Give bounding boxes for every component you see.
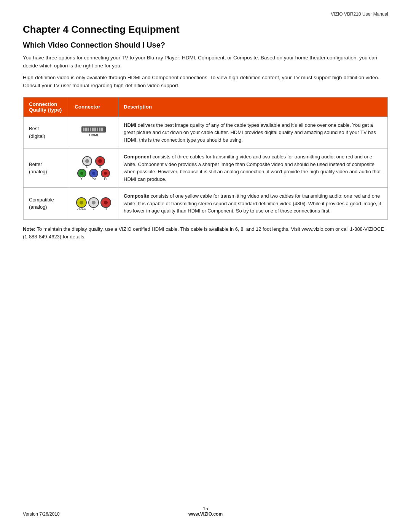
intro-para-1: You have three options for connecting yo…: [23, 54, 388, 70]
svg-rect-8: [99, 128, 100, 131]
svg-rect-1: [83, 128, 84, 131]
table-header-description: Description: [118, 97, 388, 117]
quality-better: Better(analog): [24, 149, 69, 188]
svg-point-28: [104, 201, 108, 204]
composite-svg: VIDEO L R: [75, 196, 113, 211]
footer-page: 15: [0, 506, 411, 511]
component-svg: L R: [76, 154, 111, 177]
svg-point-24: [80, 201, 83, 204]
svg-rect-6: [94, 128, 96, 131]
svg-rect-7: [97, 128, 98, 131]
section-title: Which Video Connection Should I Use?: [23, 41, 388, 50]
svg-point-12: [85, 159, 89, 163]
desc-bold-component: Component: [124, 154, 151, 160]
chapter-title: Chapter 4 Connecting Equipment: [23, 24, 388, 35]
desc-bold-composite: Composite: [124, 193, 149, 199]
connector-composite: VIDEO L R: [69, 188, 118, 220]
note-text: To maintain the display quality, use a V…: [23, 226, 384, 240]
footer-url: www.VIZIO.com: [0, 511, 411, 517]
table-row: Compatible(analog): [24, 188, 388, 220]
quality-compatible: Compatible(analog): [24, 188, 69, 220]
svg-point-26: [92, 201, 96, 204]
svg-text:HDMI: HDMI: [89, 133, 98, 137]
desc-bold-hdmi: HDMI: [124, 122, 136, 128]
svg-text:L: L: [86, 165, 88, 169]
svg-point-20: [92, 172, 95, 175]
svg-point-14: [98, 159, 102, 163]
note-bold-label: Note:: [23, 226, 35, 232]
component-labels: Y Pb Pr: [76, 176, 111, 182]
table-row: Better(analog) L: [24, 149, 388, 188]
intro-para-2: High-definition video is only available …: [23, 74, 388, 90]
footer: 15 www.VIZIO.com: [0, 506, 411, 517]
connector-hdmi: HDMI: [69, 117, 118, 149]
svg-rect-5: [92, 128, 94, 131]
table-row: Best(digital): [24, 117, 388, 149]
description-composite: Composite consists of one yellow cable f…: [118, 188, 388, 220]
component-icon: L R: [75, 154, 113, 182]
description-component: Component consists of three cables for t…: [118, 149, 388, 188]
svg-rect-3: [88, 128, 89, 131]
svg-rect-9: [101, 128, 103, 131]
svg-text:VIDEO: VIDEO: [77, 207, 86, 211]
manual-title: VIZIO VBR210 User Manual: [23, 11, 388, 17]
desc-text-hdmi: delivers the best image quality of any o…: [124, 122, 376, 143]
desc-text-composite: consists of one yellow cable for transmi…: [124, 193, 381, 214]
note-paragraph: Note: To maintain the display quality, u…: [23, 225, 388, 241]
quality-best: Best(digital): [24, 117, 69, 149]
svg-text:L: L: [93, 207, 95, 211]
svg-text:R: R: [105, 207, 107, 211]
svg-text:R: R: [99, 165, 101, 169]
connection-table: Connection Quality (type) Connector Desc…: [23, 97, 388, 220]
composite-icon: VIDEO L R: [75, 196, 113, 211]
svg-point-18: [80, 172, 83, 175]
hdmi-svg: HDMI: [80, 123, 107, 138]
hdmi-icon: HDMI: [80, 123, 107, 140]
svg-point-22: [104, 172, 107, 175]
table-header-connector: Connector: [69, 97, 118, 117]
svg-rect-4: [90, 128, 91, 131]
svg-rect-2: [85, 128, 87, 131]
connector-component: L R: [69, 149, 118, 188]
table-header-quality: Connection Quality (type): [24, 97, 69, 117]
desc-text-component: consists of three cables for transmittin…: [124, 154, 381, 182]
description-hdmi: HDMI delivers the best image quality of …: [118, 117, 388, 149]
